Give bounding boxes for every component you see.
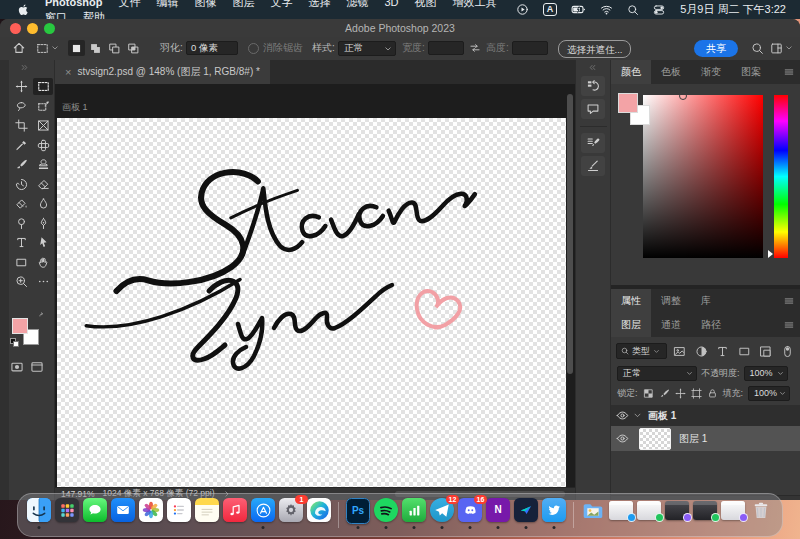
dock-item-discord[interactable]: 16: [458, 498, 482, 528]
layer-thumbnail[interactable]: [639, 428, 671, 450]
saturation-brightness-picker[interactable]: [643, 95, 763, 258]
panel-menu-icon[interactable]: [783, 289, 800, 313]
style-dropdown[interactable]: 正常: [338, 41, 396, 56]
dock-item-mail[interactable]: [111, 498, 135, 528]
quick-mask-button[interactable]: [10, 360, 24, 374]
selection-mode-subtract[interactable]: [106, 40, 123, 56]
tool-shape[interactable]: [11, 254, 31, 271]
width-input[interactable]: [428, 41, 464, 55]
menu-item-1[interactable]: 文件: [110, 0, 148, 8]
dock-item-launchpad[interactable]: [55, 498, 79, 528]
dock-item-reminders[interactable]: [167, 498, 191, 528]
tool-preset-button[interactable]: [36, 37, 59, 59]
height-input[interactable]: [512, 41, 548, 55]
blend-mode-dropdown[interactable]: 正常: [617, 366, 697, 381]
dock-item-music[interactable]: [223, 498, 247, 528]
tool-type[interactable]: [11, 234, 31, 251]
dock-item-minimized-window-1[interactable]: [609, 498, 633, 528]
comments-panel-button[interactable]: [581, 99, 605, 119]
artboard-canvas[interactable]: [57, 118, 566, 487]
tool-frame[interactable]: [33, 117, 53, 134]
dock-item-photos[interactable]: [139, 498, 163, 528]
dock-item-downloads-folder[interactable]: [581, 498, 605, 528]
tab-adjustments[interactable]: 调整: [651, 289, 691, 313]
dock-item-notes[interactable]: [195, 498, 219, 528]
artboard-layer-row[interactable]: 画板 1: [611, 405, 800, 426]
selection-mode-intersect[interactable]: [125, 40, 142, 56]
brushes-panel-button[interactable]: [581, 156, 605, 176]
layer-filter-toggle[interactable]: [778, 345, 796, 358]
dock-item-app-store[interactable]: [251, 498, 275, 528]
eye-icon[interactable]: [611, 432, 633, 445]
antialias-checkbox[interactable]: 消除锯齿: [248, 37, 303, 59]
tab-paths[interactable]: 路径: [691, 313, 731, 337]
tool-eraser[interactable]: [33, 176, 53, 193]
menu-item-9[interactable]: 视图: [407, 0, 445, 8]
collapse-toolbar-button[interactable]: [20, 63, 29, 72]
menu-item-5[interactable]: 文字: [262, 0, 300, 8]
dock-item-system-settings[interactable]: 1: [279, 498, 303, 528]
tab-gradients[interactable]: 渐变: [691, 60, 731, 84]
dock-item-messages[interactable]: [83, 498, 107, 528]
lock-artboard-icon[interactable]: [691, 388, 702, 399]
screen-mode-button[interactable]: [30, 360, 44, 374]
menu-item-0[interactable]: Photoshop: [37, 0, 110, 8]
artboard-label[interactable]: 画板 1: [62, 101, 88, 114]
tab-channels[interactable]: 通道: [651, 313, 691, 337]
dock-item-edge[interactable]: [307, 498, 331, 528]
wifi-icon[interactable]: [593, 3, 620, 16]
panel-menu-icon[interactable]: [783, 60, 800, 84]
filter-type-layers-icon[interactable]: [714, 345, 732, 358]
tool-lasso[interactable]: [11, 98, 31, 115]
home-button[interactable]: [12, 37, 26, 59]
menu-item-10[interactable]: 增效工具: [445, 0, 505, 8]
tab-color[interactable]: 颜色: [611, 60, 651, 84]
tool-eyedropper[interactable]: [11, 137, 31, 154]
foreground-color-swatch[interactable]: [12, 318, 28, 334]
default-colors-icon[interactable]: [10, 338, 17, 345]
tool-clone-stamp[interactable]: [33, 156, 53, 173]
filter-image-layers-icon[interactable]: [671, 345, 689, 358]
opacity-dropdown[interactable]: 100%: [744, 366, 788, 381]
selection-mode-new[interactable]: [68, 40, 85, 56]
dock-item-onenote[interactable]: N: [486, 498, 510, 528]
history-panel-button[interactable]: [581, 76, 605, 96]
filter-shape-layers-icon[interactable]: [735, 345, 753, 358]
screen-record-icon[interactable]: [509, 3, 536, 16]
select-and-mask-button[interactable]: 选择并遮住...: [558, 40, 631, 58]
swap-dimensions-button[interactable]: [469, 37, 481, 59]
menu-item-6[interactable]: 选择: [300, 0, 338, 8]
close-tab-icon[interactable]: ×: [65, 66, 71, 78]
dock-item-minimized-window-5[interactable]: [721, 498, 745, 528]
menu-item-7[interactable]: 滤镜: [338, 0, 376, 8]
tool-more[interactable]: [33, 273, 53, 290]
brush-settings-panel-button[interactable]: [581, 133, 605, 153]
dock-item-finder[interactable]: [27, 498, 51, 528]
panel-menu-icon[interactable]: [783, 313, 800, 337]
tool-blur[interactable]: [33, 195, 53, 212]
layer-filter-type[interactable]: 类型: [616, 343, 667, 359]
canvas-viewport[interactable]: 画板 1: [55, 84, 575, 487]
input-source-indicator[interactable]: A: [543, 3, 558, 16]
layer-row[interactable]: 图层 1: [611, 426, 800, 451]
tool-hand[interactable]: [33, 254, 53, 271]
tab-swatches[interactable]: 色板: [651, 60, 691, 84]
lock-transparency-icon[interactable]: [643, 388, 654, 399]
tool-healing-brush[interactable]: [33, 137, 53, 154]
tool-marquee[interactable]: [33, 78, 53, 95]
menu-item-4[interactable]: 图层: [224, 0, 262, 8]
dock-item-trash[interactable]: [749, 498, 773, 528]
spotlight-search-icon[interactable]: [620, 4, 646, 16]
search-button[interactable]: [751, 37, 764, 59]
dock-item-minimized-window-3[interactable]: [665, 498, 689, 528]
menu-item-3[interactable]: 图像: [186, 0, 224, 8]
document-tab[interactable]: × stvsign2.psd @ 148% (图层 1, RGB/8#) *: [55, 60, 270, 84]
chevron-down-icon[interactable]: [633, 411, 642, 420]
tool-gradient[interactable]: [11, 195, 31, 212]
tab-properties[interactable]: 属性: [611, 289, 651, 313]
lock-pixels-icon[interactable]: [659, 388, 670, 399]
color-panel-foreground[interactable]: [618, 93, 638, 113]
tool-crop[interactable]: [11, 117, 31, 134]
feather-input[interactable]: 0 像素: [186, 41, 238, 55]
dock-item-spotify[interactable]: [374, 498, 398, 528]
